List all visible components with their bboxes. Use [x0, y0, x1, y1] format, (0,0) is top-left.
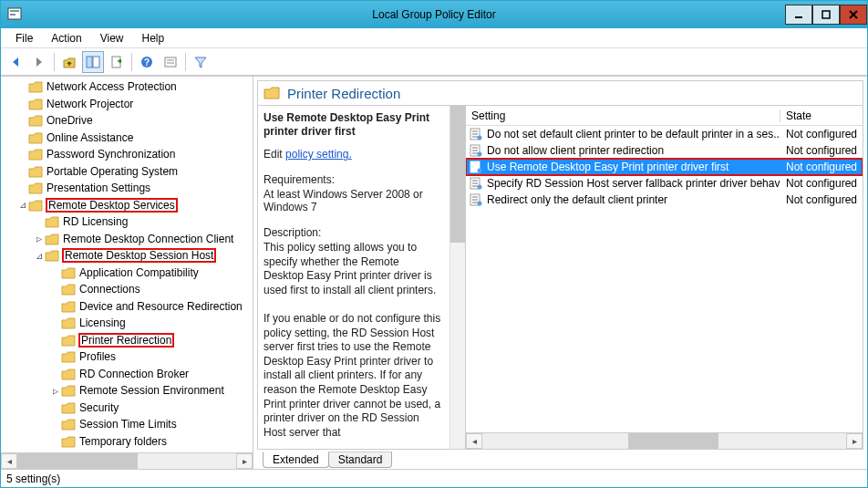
- folder-icon: [61, 384, 76, 397]
- tree-item[interactable]: ▷Remote Desktop Connection Client: [1, 231, 253, 248]
- help-scrollbar[interactable]: [450, 106, 465, 449]
- details-header: Printer Redirection: [257, 80, 863, 106]
- setting-row[interactable]: Do not allow client printer redirectionN…: [466, 142, 863, 159]
- tree-item-label: Temporary folders: [79, 435, 167, 448]
- tree-item[interactable]: Application Compatibility: [1, 265, 253, 282]
- policy-tree[interactable]: Network Access ProtectionNetwork Project…: [1, 77, 253, 452]
- forward-button[interactable]: [28, 51, 50, 73]
- folder-icon: [28, 131, 43, 144]
- scroll-thumb[interactable]: [628, 433, 719, 449]
- expand-toggle-icon[interactable]: ▷: [34, 234, 45, 244]
- setting-row[interactable]: Specify RD Session Host server fallback …: [466, 175, 863, 192]
- svg-point-24: [478, 152, 482, 157]
- show-hide-tree-button[interactable]: [82, 51, 104, 73]
- tree-item-label: Presentation Settings: [46, 182, 150, 194]
- tree-item-label: Printer Redirection: [79, 334, 173, 347]
- svg-rect-9: [112, 57, 120, 67]
- minimize-button[interactable]: [785, 5, 812, 25]
- tree-item-label: Session Time Limits: [79, 418, 177, 431]
- policy-icon: [469, 161, 483, 173]
- column-state[interactable]: State: [780, 109, 863, 122]
- menu-help[interactable]: Help: [133, 30, 174, 47]
- folder-icon: [61, 435, 76, 448]
- tree-item-label: Remote Desktop Services: [46, 199, 177, 212]
- setting-row[interactable]: Do not set default client printer to be …: [466, 126, 863, 142]
- setting-state: Not configured: [780, 128, 863, 140]
- folder-icon: [28, 199, 43, 212]
- tree-item[interactable]: ⊿Remote Desktop Session Host: [1, 247, 253, 265]
- help-button[interactable]: ?: [136, 51, 158, 73]
- tree-item[interactable]: Session Time Limits: [1, 416, 253, 433]
- policy-icon: [469, 193, 483, 206]
- properties-button[interactable]: [160, 51, 181, 73]
- maximize-button[interactable]: [812, 5, 840, 25]
- tree-item[interactable]: OneDrive: [1, 112, 253, 130]
- settings-list[interactable]: Do not set default client printer to be …: [466, 126, 863, 432]
- scroll-right-button[interactable]: ▸: [236, 453, 253, 469]
- export-list-button[interactable]: [106, 51, 128, 73]
- svg-rect-4: [822, 11, 830, 18]
- back-button[interactable]: [5, 51, 26, 73]
- close-button[interactable]: [840, 5, 867, 25]
- folder-icon: [61, 368, 76, 380]
- settings-hscrollbar[interactable]: ◂ ▸: [466, 432, 863, 449]
- setting-row[interactable]: Redirect only the default client printer…: [466, 192, 863, 208]
- tree-item[interactable]: Connections: [1, 281, 253, 298]
- svg-text:?: ?: [144, 57, 150, 67]
- tree-item[interactable]: Network Projector: [1, 96, 253, 113]
- tree-item[interactable]: Password Synchronization: [1, 146, 253, 163]
- scroll-thumb[interactable]: [17, 453, 138, 469]
- tree-item[interactable]: Temporary folders: [1, 433, 253, 451]
- tree-item-label: Device and Resource Redirection: [79, 300, 243, 313]
- tree-item[interactable]: Portable Operating System: [1, 163, 253, 181]
- tree-item[interactable]: Licensing: [1, 315, 253, 332]
- scroll-track[interactable]: [17, 453, 236, 469]
- expand-toggle-icon[interactable]: ⊿: [17, 200, 28, 210]
- tree-item[interactable]: ▷Remote Session Environment: [1, 382, 253, 400]
- expand-toggle-icon[interactable]: ⊿: [34, 251, 45, 261]
- details-pane: Printer Redirection Use Remote Desktop E…: [253, 77, 867, 469]
- scroll-right-button[interactable]: ▸: [846, 433, 863, 449]
- tree-item-label: Portable Operating System: [46, 165, 178, 178]
- tree-item[interactable]: Device and Resource Redirection: [1, 298, 253, 316]
- folder-icon: [28, 148, 43, 161]
- statusbar: 5 setting(s): [1, 469, 867, 487]
- toolbar-separator: [54, 53, 55, 71]
- filter-button[interactable]: [190, 51, 212, 73]
- tree-item-label: OneDrive: [46, 114, 93, 127]
- tree-hscrollbar[interactable]: ◂ ▸: [1, 452, 253, 469]
- expand-toggle-icon[interactable]: ▷: [50, 386, 61, 396]
- tab-standard[interactable]: Standard: [328, 452, 393, 468]
- help-column: Use Remote Desktop Easy Print printer dr…: [258, 106, 450, 449]
- folder-icon: [61, 300, 76, 313]
- tree-item[interactable]: Printer Redirection: [1, 332, 253, 349]
- tree-item-label: Remote Desktop Connection Client: [63, 233, 233, 245]
- edit-policy-link[interactable]: policy setting.: [285, 148, 352, 161]
- up-folder-button[interactable]: [58, 51, 80, 73]
- scroll-track[interactable]: [482, 433, 846, 449]
- tree-item[interactable]: RD Connection Broker: [1, 366, 253, 383]
- tree-item-label: Network Access Protection: [46, 80, 177, 93]
- tree-item[interactable]: RD Licensing: [1, 213, 253, 231]
- setting-row[interactable]: Use Remote Desktop Easy Print printer dr…: [466, 159, 863, 175]
- column-setting[interactable]: Setting: [466, 109, 780, 122]
- tab-extended[interactable]: Extended: [263, 452, 329, 468]
- folder-icon: [45, 215, 59, 228]
- scroll-left-button[interactable]: ◂: [1, 453, 17, 469]
- tree-item[interactable]: Presentation Settings: [1, 180, 253, 197]
- tree-item-label: Security: [79, 401, 119, 414]
- tree-item[interactable]: Profiles: [1, 348, 253, 366]
- menu-action[interactable]: Action: [42, 30, 90, 47]
- settings-header[interactable]: Setting State: [466, 106, 863, 126]
- tree-item[interactable]: Network Access Protection: [1, 78, 253, 96]
- scroll-thumb[interactable]: [450, 106, 465, 243]
- tree-item[interactable]: Security: [1, 400, 253, 417]
- tree-item[interactable]: Online Assistance: [1, 130, 253, 147]
- tree-item-label: Remote Session Environment: [79, 384, 224, 397]
- scroll-left-button[interactable]: ◂: [466, 433, 482, 449]
- menu-view[interactable]: View: [91, 30, 133, 47]
- folder-icon: [264, 86, 280, 100]
- tree-item[interactable]: ⊿Remote Desktop Services: [1, 197, 253, 214]
- menu-file[interactable]: File: [6, 30, 42, 47]
- status-text: 5 setting(s): [6, 472, 60, 485]
